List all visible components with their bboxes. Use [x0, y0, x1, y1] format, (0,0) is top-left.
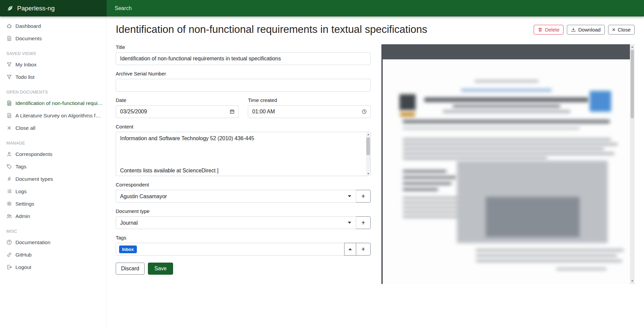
- correspondent-select[interactable]: Agustin Casamayor: [116, 190, 356, 203]
- plus-icon: +: [361, 219, 365, 227]
- download-button[interactable]: Download: [567, 25, 605, 35]
- scrollbar-thumb[interactable]: [631, 50, 634, 118]
- preview-blur-decoration: [424, 98, 589, 102]
- pdf-preview[interactable]: [381, 44, 635, 284]
- brand[interactable]: Paperless-ng: [0, 0, 107, 16]
- preview-blur-decoration: [399, 94, 416, 110]
- sidebar-item-label: Admin: [15, 213, 30, 219]
- funnel-icon: [6, 62, 12, 67]
- save-button[interactable]: Save: [148, 263, 173, 275]
- sidebar-item-label: Logout: [15, 264, 31, 270]
- time-created-label: Time created: [248, 97, 371, 103]
- page-title: Identification of non-functional require…: [116, 23, 427, 36]
- file-icon: [6, 36, 12, 41]
- content-textarea[interactable]: Information and Software Technology 52 (…: [116, 132, 371, 176]
- question-circle-icon: [6, 239, 12, 245]
- sidebar-item-logout[interactable]: Logout: [0, 261, 106, 273]
- sidebar-item-label: GitHub: [15, 252, 32, 258]
- file-icon: [6, 100, 12, 106]
- close-button-label: Close: [618, 27, 631, 33]
- scroll-up-button[interactable]: [366, 132, 370, 136]
- add-document-type-button[interactable]: +: [356, 216, 371, 229]
- caret-up-icon: [367, 134, 369, 135]
- preview-blur-decoration: [453, 105, 560, 108]
- document-actions: Delete Download × Close: [534, 25, 635, 35]
- sidebar-item-label: Correspondents: [15, 151, 52, 157]
- sidebar-item-dashboard[interactable]: Dashboard: [0, 20, 106, 32]
- close-icon: [6, 125, 12, 131]
- sidebar-item-settings[interactable]: Settings: [0, 198, 106, 210]
- sidebar-item-close-all[interactable]: Close all: [0, 122, 106, 134]
- preview-blur-decoration: [486, 197, 580, 237]
- preview-scrollbar[interactable]: [630, 44, 635, 284]
- document-type-select[interactable]: Journal: [116, 216, 356, 229]
- delete-button[interactable]: Delete: [534, 25, 564, 35]
- sidebar-item-admin[interactable]: Admin: [0, 210, 106, 222]
- caret-down-icon: [631, 280, 633, 282]
- correspondent-label: Correspondent: [116, 182, 371, 187]
- sidebar-item-label: Close all: [15, 125, 35, 131]
- preview-blur-decoration: [403, 148, 604, 150]
- time-created-input[interactable]: [248, 105, 371, 118]
- sidebar-item-label: Logs: [15, 188, 27, 195]
- sidebar-item-label: Settings: [15, 201, 34, 207]
- scroll-up-button[interactable]: [630, 45, 635, 49]
- sidebar-item-document-types[interactable]: # Document types: [0, 173, 106, 185]
- caret-down-icon: [367, 173, 369, 174]
- search-input[interactable]: [107, 0, 644, 16]
- archive-serial-number-input[interactable]: [116, 79, 371, 92]
- delete-button-label: Delete: [545, 27, 559, 33]
- add-tag-button[interactable]: +: [356, 243, 371, 256]
- archive-serial-number-label: Archive Serial Number: [116, 71, 371, 76]
- funnel-icon: [6, 74, 12, 80]
- sidebar-open-document-2[interactable]: A Literature Survey on Algorithms for Mu…: [0, 109, 106, 122]
- content-scrollbar[interactable]: [366, 132, 370, 176]
- content-label: Content: [116, 124, 371, 129]
- preview-blur-decoration: [443, 110, 570, 113]
- link-icon: [6, 252, 12, 258]
- tag-icon: [6, 164, 12, 169]
- top-navbar: Paperless-ng: [0, 0, 644, 16]
- sidebar-item-tags[interactable]: Tags: [0, 160, 106, 173]
- sidebar-item-github[interactable]: GitHub: [0, 249, 106, 261]
- scrollbar-thumb[interactable]: [366, 137, 370, 155]
- sidebar-item-logs[interactable]: Logs: [0, 185, 106, 198]
- tag-badge-inbox[interactable]: Inbox: [119, 245, 137, 253]
- sidebar-item-label: Document types: [15, 176, 53, 182]
- sidebar-item-label: My Inbox: [15, 62, 37, 68]
- people-icon: [6, 213, 12, 219]
- sidebar-item-correspondents[interactable]: Correspondents: [0, 148, 106, 160]
- preview-blur-decoration: [403, 170, 446, 173]
- preview-blur-decoration: [476, 249, 624, 251]
- sidebar-open-document-1[interactable]: Identification of non-functional require…: [0, 97, 106, 109]
- sidebar-item-documents[interactable]: Documents: [0, 32, 106, 45]
- sidebar-item-documentation[interactable]: Documentation: [0, 236, 106, 249]
- sidebar-item-label: Dashboard: [15, 23, 41, 29]
- discard-button[interactable]: Discard: [116, 263, 145, 275]
- caret-up-icon: [348, 248, 352, 250]
- preview-blur-decoration: [590, 91, 611, 112]
- preview-blur-decoration: [403, 188, 438, 191]
- sidebar-item-label: Identification of non-functional require…: [15, 100, 103, 106]
- tags-dropdown-button[interactable]: [344, 243, 356, 256]
- preview-blur-decoration: [476, 255, 617, 257]
- close-button[interactable]: × Close: [608, 25, 635, 35]
- preview-blur-decoration: [403, 153, 614, 155]
- preview-blur-decoration: [556, 268, 606, 270]
- scroll-down-button[interactable]: [630, 279, 635, 283]
- open-documents-section-header: OPEN DOCUMENTS: [0, 83, 106, 97]
- tags-input[interactable]: Inbox: [116, 243, 344, 256]
- sidebar-item-my-inbox[interactable]: My Inbox: [0, 58, 106, 71]
- download-icon: [571, 27, 576, 32]
- add-correspondent-button[interactable]: +: [356, 190, 371, 203]
- scroll-down-button[interactable]: [366, 171, 370, 176]
- preview-blur-decoration: [403, 127, 580, 129]
- preview-blur-decoration: [476, 260, 622, 262]
- date-created-input[interactable]: [116, 105, 238, 118]
- preview-blur-decoration: [403, 143, 618, 145]
- sidebar-item-todo-list[interactable]: Todo list: [0, 71, 106, 83]
- sidebar-item-label: Tags: [15, 164, 26, 170]
- document-type-label: Document type: [116, 208, 371, 214]
- title-input[interactable]: [116, 52, 371, 65]
- list-icon: [6, 188, 12, 194]
